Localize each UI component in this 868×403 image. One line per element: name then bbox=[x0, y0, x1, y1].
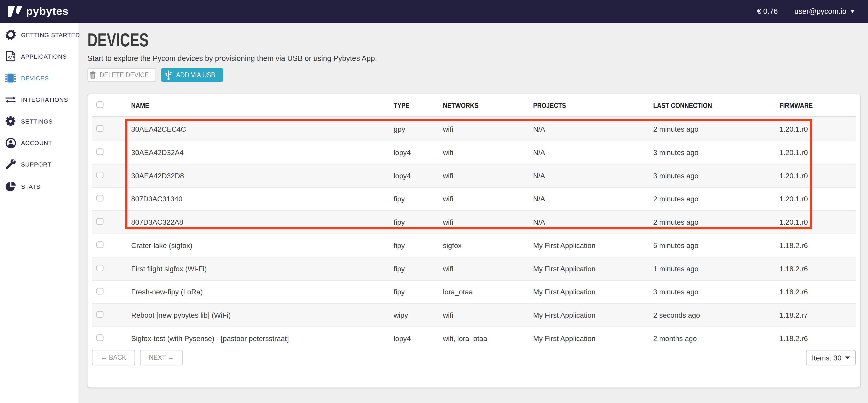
gear-icon bbox=[0, 116, 21, 126]
sidebar-item-getting-started[interactable]: GETTING STARTED bbox=[0, 24, 79, 45]
pie-chart-icon bbox=[0, 181, 21, 191]
column-header-name: NAME bbox=[131, 101, 394, 109]
device-last-connection: 2 minutes ago bbox=[653, 218, 779, 226]
device-type: fipy bbox=[394, 265, 443, 273]
row-checkbox[interactable] bbox=[96, 172, 104, 178]
sidebar-item-stats[interactable]: STATS bbox=[0, 175, 79, 197]
device-last-connection: 3 minutes ago bbox=[653, 149, 779, 157]
device-type: fipy bbox=[394, 288, 443, 296]
table-row[interactable]: Sigfox-test (with Pysense) - [pastoor pe… bbox=[92, 327, 856, 350]
sidebar-item-support[interactable]: SUPPORT bbox=[0, 154, 79, 176]
sidebar-item-account[interactable]: ACCOUNT bbox=[0, 132, 79, 154]
device-last-connection: 1 minutes ago bbox=[653, 265, 779, 273]
device-name: First flight sigfox (Wi-Fi) bbox=[131, 265, 394, 273]
items-per-page-label: Items: 30 bbox=[812, 353, 841, 362]
sidebar-label: STATS bbox=[21, 183, 40, 190]
table-row[interactable]: 30AEA42D32D8 lopy4 wifi N/A 3 minutes ag… bbox=[92, 164, 856, 187]
device-last-connection: 3 minutes ago bbox=[653, 172, 779, 180]
device-firmware: 1.20.1.r0 bbox=[779, 195, 856, 203]
row-checkbox[interactable] bbox=[96, 149, 104, 155]
row-checkbox[interactable] bbox=[96, 218, 104, 225]
column-header-type: TYPE bbox=[394, 101, 443, 109]
sidebar-item-applications[interactable]: </> APPLICATIONS bbox=[0, 45, 79, 67]
device-name: 807D3AC322A8 bbox=[131, 218, 394, 226]
row-checkbox[interactable] bbox=[96, 335, 104, 341]
devices-table-card: NAME TYPE NETWORKS PROJECTS LAST CONNECT… bbox=[88, 94, 860, 388]
device-projects: N/A bbox=[533, 149, 653, 157]
add-via-usb-label: ADD VIA USB bbox=[176, 71, 215, 79]
device-firmware: 1.18.2.r6 bbox=[779, 242, 856, 250]
items-per-page-dropdown[interactable]: Items: 30 bbox=[806, 350, 856, 366]
row-checkbox[interactable] bbox=[96, 195, 104, 202]
table-row[interactable]: Crater-lake (sigfox) fipy sigfox My Firs… bbox=[92, 234, 856, 257]
user-menu[interactable]: user@pycom.io bbox=[795, 7, 855, 16]
device-type: fipy bbox=[394, 242, 443, 250]
device-firmware: 1.18.2.r6 bbox=[779, 288, 856, 296]
table-row[interactable]: 30AEA42CEC4C gpy wifi N/A 2 minutes ago … bbox=[92, 118, 856, 141]
column-header-networks: NETWORKS bbox=[443, 101, 533, 109]
row-checkbox[interactable] bbox=[96, 125, 104, 131]
pybytes-logo[interactable]: pybytes bbox=[0, 5, 68, 18]
sidebar: GETTING STARTED </> APPLICATIONS bbox=[0, 23, 79, 403]
device-type: fipy bbox=[394, 195, 443, 203]
row-checkbox[interactable] bbox=[96, 311, 104, 318]
device-name: Reboot [new pybytes lib] (WiFi) bbox=[131, 311, 394, 319]
table-row[interactable]: First flight sigfox (Wi-Fi) fipy wifi My… bbox=[92, 257, 856, 280]
delete-device-button[interactable]: DELETE DEVICE bbox=[88, 68, 156, 82]
row-checkbox[interactable] bbox=[96, 242, 104, 248]
row-checkbox[interactable] bbox=[96, 288, 104, 294]
device-type: gpy bbox=[394, 125, 443, 133]
add-via-usb-button[interactable]: ADD VIA USB bbox=[161, 68, 223, 82]
wrench-icon bbox=[0, 159, 21, 170]
device-projects: N/A bbox=[533, 172, 653, 180]
sidebar-item-devices[interactable]: DEVICES bbox=[0, 67, 79, 89]
table-row[interactable]: 30AEA42D32A4 lopy4 wifi N/A 3 minutes ag… bbox=[92, 141, 856, 164]
device-name: 30AEA42CEC4C bbox=[131, 125, 394, 133]
sidebar-label: APPLICATIONS bbox=[21, 53, 67, 60]
device-last-connection: 5 minutes ago bbox=[653, 242, 779, 250]
account-balance: € 0.76 bbox=[757, 7, 778, 16]
device-networks: wifi bbox=[443, 149, 533, 157]
device-networks: wifi bbox=[443, 265, 533, 273]
device-firmware: 1.20.1.r0 bbox=[779, 172, 856, 180]
device-networks: wifi bbox=[443, 218, 533, 226]
usb-icon bbox=[165, 70, 172, 80]
brand-name: pybytes bbox=[26, 5, 68, 18]
table-row[interactable]: Reboot [new pybytes lib] (WiFi) wipy wif… bbox=[92, 304, 856, 327]
device-projects: My First Application bbox=[533, 265, 653, 273]
sidebar-label: INTEGRATIONS bbox=[21, 96, 68, 103]
pycom-logo-icon bbox=[7, 5, 24, 18]
chip-icon bbox=[0, 73, 21, 83]
table-row[interactable]: 807D3AC31340 fipy wifi N/A 2 minutes ago… bbox=[92, 187, 856, 211]
sidebar-label: SUPPORT bbox=[21, 161, 51, 168]
back-button[interactable]: ← BACK bbox=[92, 350, 135, 366]
sidebar-item-integrations[interactable]: INTEGRATIONS bbox=[0, 89, 79, 111]
device-name: Sigfox-test (with Pysense) - [pastoor pe… bbox=[131, 335, 394, 343]
device-projects: My First Application bbox=[533, 311, 653, 319]
device-networks: sigfox bbox=[443, 242, 533, 250]
next-button[interactable]: NEXT → bbox=[140, 350, 183, 366]
row-checkbox[interactable] bbox=[96, 265, 104, 271]
sidebar-label: ACCOUNT bbox=[21, 140, 52, 146]
chevron-down-icon bbox=[845, 356, 850, 359]
device-type: lopy4 bbox=[394, 335, 443, 343]
device-last-connection: 2 months ago bbox=[653, 335, 779, 343]
device-type: wipy bbox=[394, 311, 443, 319]
table-body: 30AEA42CEC4C gpy wifi N/A 2 minutes ago … bbox=[92, 118, 856, 350]
select-all-checkbox[interactable] bbox=[96, 101, 104, 108]
device-networks: wifi bbox=[443, 125, 533, 133]
sidebar-label: SETTINGS bbox=[21, 118, 53, 124]
page-subtitle: Start to explore the Pycom devices by pr… bbox=[88, 54, 377, 63]
device-projects: N/A bbox=[533, 218, 653, 226]
code-document-icon: </> bbox=[0, 51, 21, 62]
top-navbar: pybytes € 0.76 user@pycom.io bbox=[0, 0, 868, 23]
device-name: Crater-lake (sigfox) bbox=[131, 242, 394, 250]
device-networks: lora_otaa bbox=[443, 288, 533, 296]
device-firmware: 1.18.2.r6 bbox=[779, 335, 856, 343]
table-row[interactable]: 807D3AC322A8 fipy wifi N/A 2 minutes ago… bbox=[92, 211, 856, 234]
table-row[interactable]: Fresh-new-fipy (LoRa) fipy lora_otaa My … bbox=[92, 280, 856, 304]
device-projects: My First Application bbox=[533, 288, 653, 296]
sun-badge-icon bbox=[0, 29, 21, 40]
sidebar-item-settings[interactable]: SETTINGS bbox=[0, 111, 79, 132]
device-name: 30AEA42D32A4 bbox=[131, 149, 394, 157]
